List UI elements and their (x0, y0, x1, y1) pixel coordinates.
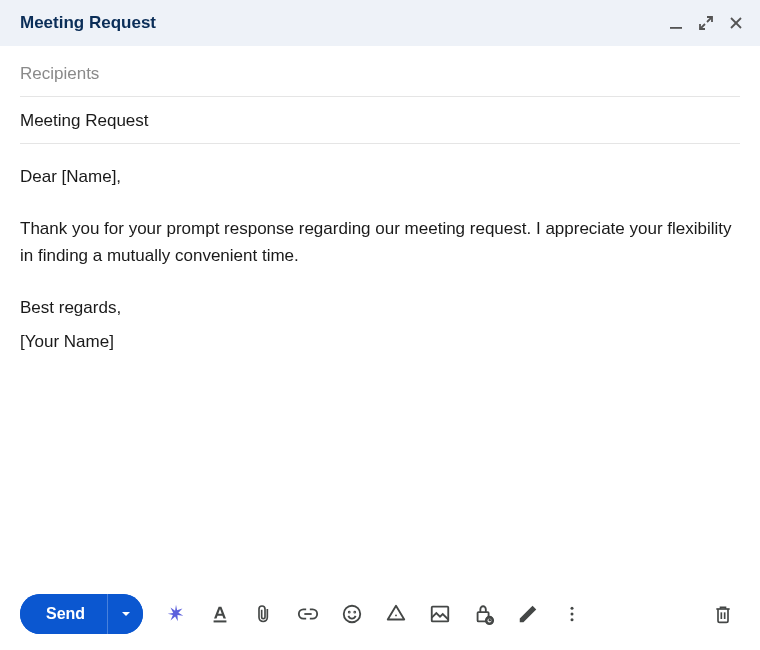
formatting-toolbar (165, 603, 583, 625)
link-icon[interactable] (297, 603, 319, 625)
delete-icon[interactable] (712, 603, 734, 625)
chevron-down-icon (121, 609, 131, 619)
svg-point-13 (571, 618, 574, 621)
send-more-options-button[interactable] (107, 594, 143, 634)
emoji-icon[interactable] (341, 603, 363, 625)
text-format-icon[interactable] (209, 603, 231, 625)
svg-rect-1 (214, 620, 227, 622)
compose-title: Meeting Request (20, 13, 156, 33)
compose-toolbar: Send (0, 580, 760, 650)
svg-point-6 (395, 614, 397, 616)
expand-icon[interactable] (698, 15, 714, 31)
image-icon[interactable] (429, 603, 451, 625)
confidential-lock-icon[interactable] (473, 603, 495, 625)
minimize-icon[interactable] (668, 15, 684, 31)
recipients-field[interactable]: Recipients (20, 50, 740, 97)
more-icon[interactable] (561, 603, 583, 625)
window-controls (668, 15, 744, 31)
svg-point-5 (354, 612, 355, 613)
send-button-group: Send (20, 594, 143, 634)
pen-icon[interactable] (517, 603, 539, 625)
body-greeting: Dear [Name], (20, 164, 740, 190)
svg-point-12 (571, 613, 574, 616)
drive-icon[interactable] (385, 603, 407, 625)
compose-body[interactable]: Dear [Name], Thank you for your prompt r… (0, 144, 760, 580)
svg-rect-0 (670, 27, 682, 29)
body-paragraph-1: Thank you for your prompt response regar… (20, 216, 740, 269)
svg-point-4 (349, 612, 350, 613)
close-icon[interactable] (728, 15, 744, 31)
svg-point-3 (344, 606, 361, 623)
recipients-placeholder: Recipients (20, 64, 99, 83)
compose-fields: Recipients Meeting Request (0, 46, 760, 144)
attach-icon[interactable] (253, 603, 275, 625)
svg-point-11 (571, 607, 574, 610)
send-button[interactable]: Send (20, 594, 107, 634)
body-closing: Best regards, (20, 295, 740, 321)
subject-field[interactable]: Meeting Request (20, 97, 740, 144)
compose-header: Meeting Request (0, 0, 760, 46)
ai-sparkle-icon[interactable] (165, 603, 187, 625)
body-signature: [Your Name] (20, 329, 740, 355)
subject-value: Meeting Request (20, 111, 149, 130)
